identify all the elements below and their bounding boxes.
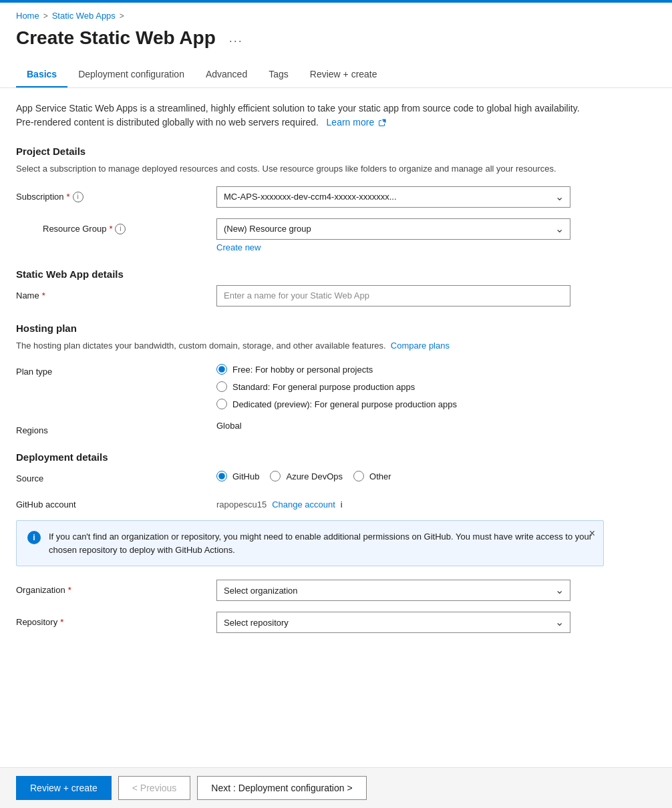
regions-value: Global — [216, 415, 242, 431]
tab-deployment[interactable]: Deployment configuration — [67, 62, 195, 87]
source-control: GitHub Azure DevOps Other — [216, 468, 604, 481]
project-details-section: Project Details Select a subscription to… — [16, 146, 656, 252]
project-details-title: Project Details — [16, 146, 656, 157]
name-input[interactable] — [216, 285, 570, 307]
github-account-value-row: rapopescu15 Change account i — [216, 494, 604, 510]
regions-label-col: Regions — [16, 420, 216, 435]
plan-free-label: Free: For hobby or personal projects — [232, 365, 373, 375]
breadcrumb: Home > Static Web Apps > — [0, 3, 672, 25]
plan-free-radio[interactable] — [216, 364, 227, 375]
breadcrumb-sep-1: > — [43, 11, 48, 21]
page-description: App Service Static Web Apps is a streaml… — [16, 102, 591, 130]
plan-standard-option[interactable]: Standard: For general purpose production… — [216, 381, 604, 392]
plan-type-label: Plan type — [16, 367, 52, 377]
source-azuredevops-label: Azure DevOps — [286, 471, 343, 481]
tab-tags[interactable]: Tags — [258, 62, 299, 87]
regions-row: Regions Global — [16, 420, 604, 435]
project-details-subtitle: Select a subscription to manage deployed… — [16, 162, 591, 176]
github-account-row: GitHub account rapopescu15 Change accoun… — [16, 494, 604, 510]
subscription-select-wrapper: MC-APS-xxxxxxx-dev-ccm4-xxxxx-xxxxxxx... — [216, 186, 570, 208]
repository-select-wrapper: Select repository — [216, 612, 570, 633]
tabs-container: Basics Deployment configuration Advanced… — [0, 62, 672, 88]
repository-select[interactable]: Select repository — [216, 612, 570, 633]
plan-free-option[interactable]: Free: For hobby or personal projects — [216, 364, 604, 375]
organization-row: Organization * Select organization — [16, 580, 604, 601]
source-azuredevops-option[interactable]: Azure DevOps — [270, 471, 343, 481]
organization-select-wrapper: Select organization — [216, 580, 570, 601]
repository-label: Repository — [16, 617, 57, 627]
plan-type-control: Free: For hobby or personal projects Sta… — [216, 361, 604, 409]
compare-plans-link[interactable]: Compare plans — [391, 341, 450, 351]
plan-dedicated-radio[interactable] — [216, 399, 227, 409]
change-account-link[interactable]: Change account — [272, 499, 335, 510]
tab-review[interactable]: Review + create — [299, 62, 388, 87]
source-other-label: Other — [369, 471, 391, 481]
page-title: Create Static Web App — [16, 27, 216, 49]
resource-group-info-icon[interactable]: i — [115, 224, 126, 234]
subscription-required: * — [67, 192, 70, 202]
tab-basics[interactable]: Basics — [16, 62, 67, 87]
info-banner: i If you can't find an organization or r… — [16, 520, 604, 566]
next-button[interactable]: Next : Deployment configuration > — [197, 776, 366, 800]
plan-dedicated-option[interactable]: Dedicated (preview): For general purpose… — [216, 399, 604, 409]
info-banner-text: If you can't find an organization or rep… — [49, 530, 593, 556]
repository-required: * — [60, 617, 63, 627]
name-control — [216, 285, 604, 307]
previous-button[interactable]: < Previous — [118, 776, 191, 800]
github-account-name: rapopescu15 — [216, 499, 267, 510]
organization-select[interactable]: Select organization — [216, 580, 570, 601]
regions-label: Regions — [16, 425, 48, 435]
create-new-link[interactable]: Create new — [216, 242, 261, 252]
static-web-app-details-title: Static Web App details — [16, 268, 656, 280]
plan-type-row: Plan type Free: For hobby or personal pr… — [16, 361, 604, 409]
name-label: Name — [16, 290, 39, 300]
static-web-app-details-section: Static Web App details Name * — [16, 268, 656, 307]
repository-control: Select repository — [216, 612, 604, 633]
resource-group-select[interactable]: (New) Resource group — [216, 218, 570, 240]
source-github-option[interactable]: GitHub — [216, 471, 259, 481]
page-header: Create Static Web App ... — [0, 25, 672, 62]
footer: Review + create < Previous Next : Deploy… — [0, 767, 672, 808]
breadcrumb-sep-2: > — [120, 11, 124, 21]
tab-advanced[interactable]: Advanced — [195, 62, 258, 87]
source-label: Source — [16, 473, 43, 483]
name-required: * — [42, 290, 45, 300]
breadcrumb-home[interactable]: Home — [16, 11, 39, 21]
plan-standard-radio[interactable] — [216, 381, 227, 392]
plan-standard-label: Standard: For general purpose production… — [232, 382, 415, 392]
info-banner-icon: i — [27, 531, 41, 544]
breadcrumb-static-web-apps[interactable]: Static Web Apps — [52, 11, 116, 21]
subscription-control: MC-APS-xxxxxxx-dev-ccm4-xxxxx-xxxxxxx... — [216, 186, 604, 208]
organization-control: Select organization — [216, 580, 604, 601]
resource-group-select-wrapper: (New) Resource group — [216, 218, 570, 240]
repository-row: Repository * Select repository — [16, 612, 604, 633]
source-row: Source GitHub Azure DevOps Other — [16, 468, 604, 483]
info-banner-close-button[interactable]: × — [589, 528, 595, 540]
github-account-info-icon[interactable]: i — [341, 499, 343, 510]
learn-more-link[interactable]: Learn more — [324, 117, 386, 128]
name-row: Name * — [16, 285, 604, 307]
plan-type-label-col: Plan type — [16, 361, 216, 377]
hosting-plan-desc: The hosting plan dictates your bandwidth… — [16, 339, 591, 353]
resource-group-required: * — [109, 224, 112, 234]
source-github-radio[interactable] — [216, 471, 227, 481]
main-content: App Service Static Web Apps is a streaml… — [0, 88, 672, 697]
review-create-button[interactable]: Review + create — [16, 776, 112, 800]
deployment-details-title: Deployment details — [16, 451, 656, 463]
source-azuredevops-radio[interactable] — [270, 471, 281, 481]
github-account-label-col: GitHub account — [16, 494, 216, 510]
ellipsis-button[interactable]: ... — [224, 29, 248, 48]
github-account-control: rapopescu15 Change account i — [216, 494, 604, 510]
source-github-label: GitHub — [232, 471, 259, 481]
repository-label-col: Repository * — [16, 612, 216, 627]
resource-group-label: Resource Group — [43, 224, 106, 234]
resource-group-row: Resource Group * i (New) Resource group … — [16, 218, 604, 252]
subscription-row: Subscription * i MC-APS-xxxxxxx-dev-ccm4… — [16, 186, 604, 208]
resource-group-label-col: Resource Group * i — [16, 218, 216, 234]
source-other-option[interactable]: Other — [353, 471, 391, 481]
source-label-col: Source — [16, 468, 216, 483]
source-other-radio[interactable] — [353, 471, 364, 481]
subscription-select[interactable]: MC-APS-xxxxxxx-dev-ccm4-xxxxx-xxxxxxx... — [216, 186, 570, 208]
subscription-label-col: Subscription * i — [16, 186, 216, 202]
subscription-info-icon[interactable]: i — [73, 192, 83, 202]
